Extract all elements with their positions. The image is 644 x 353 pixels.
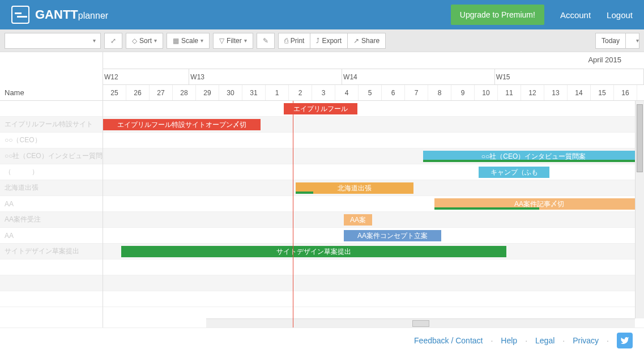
gantt-sidebar: Name エイプリルフール特設サイト○○（CEO）○○社（CEO）インタビュー質… (0, 52, 103, 328)
day-cell: 2 (289, 85, 312, 100)
week-cell: W14 (342, 69, 495, 84)
day-cell: 9 (451, 85, 475, 100)
horizontal-scrollbar[interactable] (206, 318, 635, 328)
day-cell: 30 (219, 85, 242, 100)
expand-icon: ⤢ (110, 37, 116, 45)
day-cell: 25 (103, 85, 126, 100)
task-row: キャンプ（ふも (103, 164, 644, 180)
sort-button[interactable]: ◇Sort▾ (126, 33, 163, 49)
scale-button[interactable]: ▦Scale▾ (167, 33, 210, 49)
task-row: 北海道出張 (103, 180, 644, 196)
week-cell: W15 (495, 69, 644, 84)
day-cell: 10 (475, 85, 498, 100)
day-cell: 4 (335, 85, 359, 100)
gantt-bar[interactable]: AA案件コンセプト立案 (344, 230, 441, 241)
task-row (103, 275, 644, 291)
task-name-cell[interactable]: 北海道出張 (0, 180, 103, 196)
legal-link[interactable]: Legal (535, 336, 555, 345)
task-name-cell[interactable]: サイトデザイン草案提出 (0, 244, 103, 260)
project-select[interactable]: ▾ (5, 33, 101, 49)
task-name-cell[interactable]: エイプリルフール特設サイト (0, 117, 103, 133)
settings-button[interactable]: ✎ (257, 33, 275, 49)
gantt-bar[interactable]: エイプリルフール特設サイトオープン〆切 (103, 119, 261, 130)
task-name-cell[interactable]: ○○（CEO） (0, 133, 103, 148)
gantt-bar[interactable]: キャンプ（ふも (479, 167, 549, 178)
day-cell: 26 (126, 85, 150, 100)
name-column-header: Name (0, 52, 103, 101)
task-row (103, 291, 644, 307)
today-dropdown[interactable]: ▾ (626, 33, 639, 49)
day-cell: 31 (242, 85, 266, 100)
today-button[interactable]: Today (595, 33, 626, 49)
day-cell: 8 (428, 85, 451, 100)
gantt-bar[interactable]: AA案 (344, 214, 372, 226)
chevron-down-icon: ▾ (636, 37, 639, 44)
expand-button[interactable]: ⤢ (104, 33, 122, 49)
chevron-down-icon: ▾ (201, 37, 203, 44)
scroll-handle[interactable] (412, 320, 429, 327)
task-name-cell[interactable]: AA案件受注 (0, 212, 103, 228)
privacy-link[interactable]: Privacy (573, 336, 599, 345)
progress-bar (296, 192, 313, 194)
filter-icon: ▽ (219, 37, 224, 45)
progress-bar (434, 207, 539, 210)
task-name-cell[interactable] (0, 260, 103, 275)
brand: GANTTplanner (35, 7, 108, 22)
today-line (293, 101, 293, 328)
feedback-link[interactable]: Feedback / Contact (414, 336, 483, 345)
export-button[interactable]: ⤴Export (310, 33, 348, 49)
account-link[interactable]: Account (560, 10, 591, 20)
filter-button[interactable]: ▽Filter▾ (213, 33, 253, 49)
day-cell: 1 (266, 85, 289, 100)
day-cell: 3 (312, 85, 335, 100)
share-button[interactable]: ↗Share (348, 33, 386, 49)
gantt-bar[interactable]: AA案件記事〆切 (434, 198, 644, 210)
task-name-cell[interactable]: （ ） (0, 164, 103, 180)
task-name-cell[interactable] (0, 291, 103, 307)
task-row: エイプリルフール特設サイトオープン〆切 (103, 117, 644, 133)
task-name-cell[interactable]: ○○社（CEO）インタビュー質問 (0, 148, 103, 164)
gantt-bar[interactable]: サイトデザイン草案提出 (121, 246, 506, 257)
task-row: AA案件記事〆切 (103, 196, 644, 212)
scroll-handle[interactable] (637, 104, 643, 172)
task-row (103, 260, 644, 275)
chevron-down-icon: ▾ (154, 37, 157, 44)
chevron-down-icon: ▾ (244, 37, 247, 44)
logo-icon (11, 6, 29, 24)
day-cell: 27 (150, 85, 173, 100)
vertical-scrollbar[interactable] (635, 101, 644, 318)
task-name-cell[interactable]: AA (0, 196, 103, 212)
logout-link[interactable]: Logout (607, 10, 633, 20)
task-row: ○○社（CEO）インタビュー質問案 (103, 148, 644, 164)
day-cell: 13 (544, 85, 568, 100)
task-name-cell[interactable] (0, 101, 103, 117)
week-cell: W12 (103, 69, 189, 84)
twitter-icon[interactable] (617, 333, 633, 348)
day-cell: 28 (173, 85, 196, 100)
gantt-bar[interactable]: 北海道出張 (296, 182, 413, 194)
gantt-bar[interactable]: ○○社（CEO）インタビュー質問案 (423, 151, 644, 162)
sort-icon: ◇ (132, 37, 137, 45)
share-icon: ↗ (353, 37, 359, 45)
day-cell: 15 (591, 85, 614, 100)
day-cell: 14 (568, 85, 591, 100)
task-row: サイトデザイン草案提出 (103, 244, 644, 260)
task-row: AA案 (103, 212, 644, 228)
task-name-cell[interactable] (0, 275, 103, 291)
app-header: GANTTplanner Upgrade to Premium! Account… (0, 0, 644, 29)
week-cell: W13 (189, 69, 342, 84)
day-cell: 6 (382, 85, 405, 100)
footer: Feedback / Contact· Help· Legal· Privacy… (0, 328, 644, 353)
task-name-cell[interactable]: AA (0, 228, 103, 244)
gantt-timeline[interactable]: April 2015 W12W13W14W15 2526272829303112… (103, 52, 644, 328)
upgrade-button[interactable]: Upgrade to Premium! (451, 5, 544, 25)
task-row: エイプリルフール (103, 101, 644, 117)
gantt-bar[interactable]: エイプリルフール (284, 103, 357, 114)
export-icon: ⤴ (316, 37, 319, 45)
week-row: W12W13W14W15 (103, 69, 644, 85)
help-link[interactable]: Help (501, 336, 517, 345)
day-row: 252627282930311234567891011121314151617 (103, 85, 644, 101)
print-button[interactable]: ⎙Print (278, 33, 311, 49)
day-cell: 16 (614, 85, 637, 100)
calendar-icon: ▦ (173, 37, 179, 45)
